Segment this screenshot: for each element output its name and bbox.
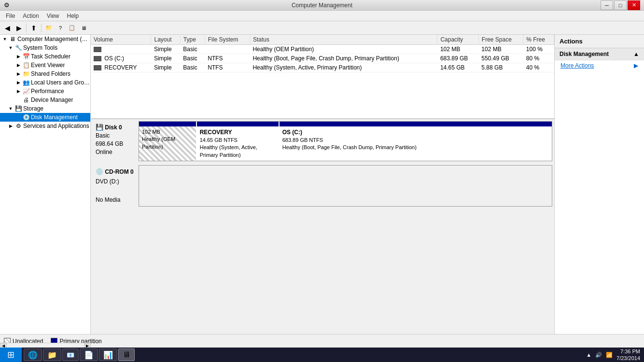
- menu-file[interactable]: File: [2, 12, 19, 20]
- taskbar-app-compmgmt[interactable]: 🖥: [118, 348, 135, 361]
- taskbar-clock[interactable]: 7:36 PM 7/23/2014: [616, 348, 640, 362]
- sidebar-item-disk-management[interactable]: ▶ 💿 Disk Management: [0, 113, 90, 122]
- sidebar-device-manager-label: Device Manager: [31, 97, 73, 103]
- window-title: Computer Management: [0, 2, 644, 9]
- vol-capacity: 683.89 GB: [437, 54, 478, 63]
- oem-content: 102 MB Healthy (OEM Partition): [139, 126, 196, 161]
- menu-help[interactable]: Help: [63, 12, 83, 20]
- col-status[interactable]: Status: [250, 35, 437, 45]
- sidebar-item-system-tools[interactable]: ▼ 🔧 System Tools: [0, 43, 90, 52]
- disk-0-size: 698.64 GB: [96, 140, 123, 147]
- help-button[interactable]: ?: [55, 23, 66, 33]
- vol-layout: Simple: [151, 45, 180, 54]
- minimize-button[interactable]: ─: [601, 0, 613, 10]
- maximize-button[interactable]: □: [614, 0, 627, 10]
- actions-section-label: Disk Management: [560, 51, 609, 57]
- sidebar-item-event-viewer[interactable]: ▶ 📋 Event Viewer: [0, 61, 90, 70]
- sidebar-system-tools-label: System Tools: [23, 44, 57, 51]
- cdrom-name: CD-ROM 0: [105, 168, 133, 175]
- oem-size: 102 MB: [142, 128, 193, 136]
- close-button[interactable]: ✕: [628, 0, 640, 10]
- disk-0-partitions: 102 MB Healthy (OEM Partition) RECOVERY …: [139, 121, 552, 161]
- vol-type: Basic: [180, 63, 205, 72]
- forward-button[interactable]: ▶: [14, 23, 24, 33]
- partition-recovery[interactable]: RECOVERY 14.65 GB NTFS Healthy (System, …: [197, 122, 280, 161]
- sidebar-item-shared-folders[interactable]: ▶ 📁 Shared Folders: [0, 70, 90, 78]
- vol-freespace: 102 MB: [478, 45, 523, 54]
- taskbar-app-excel[interactable]: 📊: [99, 348, 117, 361]
- sidebar-services-label: Services and Applications: [23, 123, 89, 129]
- cdrom-label: 💿 CD-ROM 0 DVD (D:) No Media: [93, 165, 139, 207]
- cdrom-status: No Media: [96, 196, 120, 203]
- toolbar-separator-2: [41, 24, 42, 32]
- taskbar-app-browser[interactable]: 🌐: [24, 348, 42, 361]
- col-layout[interactable]: Layout: [151, 35, 180, 45]
- export-button[interactable]: 📋: [67, 23, 77, 33]
- local-users-expand-icon: ▶: [14, 79, 22, 86]
- disk-mgmt-icon: 💿: [22, 113, 30, 121]
- partition-oem[interactable]: 102 MB Healthy (OEM Partition): [139, 122, 197, 161]
- show-hide-button[interactable]: 📁: [43, 23, 54, 33]
- system-tools-icon: 🔧: [14, 44, 22, 52]
- menu-action[interactable]: Action: [19, 12, 42, 20]
- taskbar-app-word[interactable]: 📄: [80, 348, 98, 361]
- sidebar-performance-label: Performance: [31, 88, 64, 95]
- col-pctfree[interactable]: % Free: [523, 35, 554, 45]
- storage-expand-icon: ▼: [7, 105, 14, 112]
- sidebar-disk-management-label: Disk Management: [31, 114, 78, 121]
- actions-more-actions[interactable]: More Actions ▶: [555, 60, 644, 71]
- sidebar-item-device-manager[interactable]: ▶ 🖨 Device Manager: [0, 96, 90, 104]
- performance-icon: 📈: [22, 87, 30, 95]
- storage-icon: 💾: [14, 105, 22, 112]
- disk-icon: 💾: [96, 124, 103, 131]
- vol-layout: Simple: [151, 54, 180, 63]
- col-type[interactable]: Type: [180, 35, 205, 45]
- taskbar-app-explorer[interactable]: 📁: [43, 348, 61, 361]
- sidebar-item-performance[interactable]: ▶ 📈 Performance: [0, 87, 90, 96]
- partition-os[interactable]: OS (C:) 683.89 GB NTFS Healthy (Boot, Pa…: [280, 122, 552, 161]
- sidebar-root[interactable]: ▼ 🖥 Computer Management (Local: [0, 35, 90, 43]
- vol-filesystem: NTFS: [205, 54, 250, 63]
- vol-freespace: 550.49 GB: [478, 54, 523, 63]
- menu-view[interactable]: View: [43, 12, 63, 20]
- volume-table-row-0[interactable]: Simple Basic Healthy (OEM Partition) 102…: [91, 45, 554, 54]
- disk-0-name: Disk 0: [105, 124, 122, 131]
- back-button[interactable]: ◀: [2, 23, 13, 33]
- cdrom-type: DVD (D:): [96, 178, 119, 185]
- taskbar-speaker-icon: 🔊: [595, 352, 602, 358]
- sidebar-item-local-users[interactable]: ▶ 👥 Local Users and Groups: [0, 78, 90, 87]
- col-capacity[interactable]: Capacity: [437, 35, 478, 45]
- performance-expand-icon: ▶: [14, 87, 22, 95]
- disk-0-container: 💾 Disk 0 Basic 698.64 GB Online 102 MB H…: [93, 121, 552, 161]
- volume-table-row-2[interactable]: RECOVERY Simple Basic NTFS Healthy (Syst…: [91, 63, 554, 72]
- shared-folders-expand-icon: ▶: [14, 70, 22, 78]
- start-button[interactable]: ⊞: [0, 348, 22, 362]
- volume-table-row-1[interactable]: OS (C:) Simple Basic NTFS Healthy (Boot,…: [91, 54, 554, 63]
- taskbar-app-mail[interactable]: 📧: [62, 348, 79, 361]
- local-users-icon: 👥: [22, 79, 30, 86]
- sidebar-item-storage[interactable]: ▼ 💾 Storage: [0, 104, 90, 113]
- vol-status: Healthy (System, Active, Primary Partiti…: [250, 63, 437, 72]
- sidebar-item-task-scheduler[interactable]: ▶ 📅 Task Scheduler: [0, 52, 90, 61]
- disk-0-label: 💾 Disk 0 Basic 698.64 GB Online: [93, 121, 139, 161]
- vol-filesystem: [205, 45, 250, 54]
- recovery-status: Healthy (System, Active, Primary Partiti…: [200, 144, 276, 159]
- oem-status: Healthy (OEM Partition): [142, 136, 193, 151]
- disk-visual-area: 💾 Disk 0 Basic 698.64 GB Online 102 MB H…: [91, 119, 554, 334]
- main-layout: ▼ 🖥 Computer Management (Local ▼ 🔧 Syste…: [0, 35, 644, 334]
- col-volume[interactable]: Volume: [91, 35, 151, 45]
- os-content: OS (C:) 683.89 GB NTFS Healthy (Boot, Pa…: [280, 126, 552, 161]
- toolbar: ◀ ▶ ⬆ 📁 ? 📋 🖥: [0, 21, 644, 35]
- properties-button[interactable]: 🖥: [78, 23, 89, 33]
- col-freespace[interactable]: Free Space: [478, 35, 523, 45]
- col-filesystem[interactable]: File System: [205, 35, 250, 45]
- shared-folders-icon: 📁: [22, 70, 30, 78]
- sidebar-item-services[interactable]: ▶ ⚙ Services and Applications: [0, 122, 90, 130]
- taskbar-signal-icon: 📶: [606, 352, 613, 358]
- up-button[interactable]: ⬆: [28, 23, 39, 33]
- actions-title: Actions: [560, 38, 583, 45]
- cdrom-content: [139, 165, 552, 207]
- recovery-size: 14.65 GB NTFS: [200, 137, 276, 144]
- task-scheduler-icon: 📅: [22, 53, 30, 60]
- toolbar-separator-1: [26, 24, 27, 32]
